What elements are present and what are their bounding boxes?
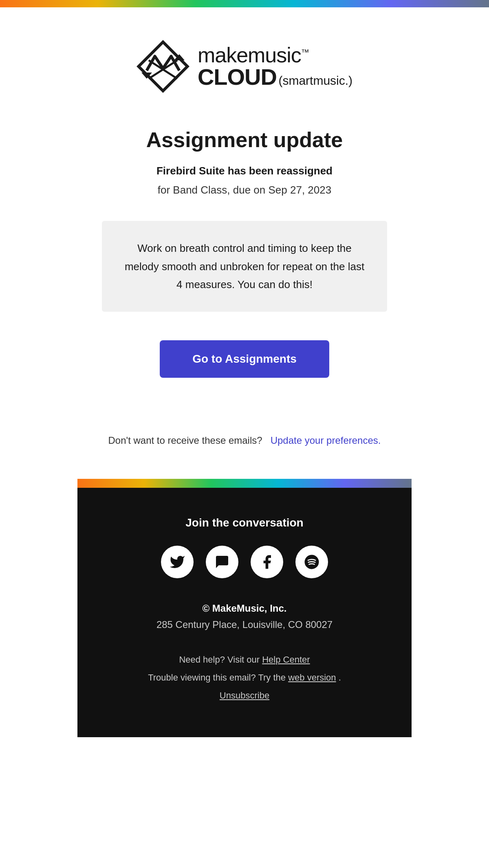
footer-period: . <box>339 672 341 683</box>
footer-join-text: Join the conversation <box>102 516 387 529</box>
bottom-gradient-bar <box>77 479 412 488</box>
logo-cloud-text: CLOUD <box>198 64 277 90</box>
logo-cloud-line: CLOUD (smartmusic.) <box>198 66 352 88</box>
unsubscribe-link[interactable]: Unsubscribe <box>220 690 269 701</box>
logo-text-block: makemusic™ CLOUD (smartmusic.) <box>198 44 352 88</box>
message-box: Work on breath control and timing to kee… <box>102 221 387 312</box>
footer-trouble-text: Trouble viewing this email? Try the <box>148 672 286 683</box>
help-center-link[interactable]: Help Center <box>262 654 310 665</box>
footer-help-line: Need help? Visit our Help Center <box>102 651 387 669</box>
message-text: Work on breath control and timing to kee… <box>124 239 365 293</box>
assignment-subtitle: Firebird Suite has been reassigned <box>102 165 387 177</box>
social-icons-row <box>102 546 387 578</box>
chat-icon[interactable] <box>206 546 238 578</box>
web-version-link[interactable]: web version <box>288 672 336 683</box>
footer-trouble-line: Trouble viewing this email? Try the web … <box>102 669 387 687</box>
assignment-due: for Band Class, due on Sep 27, 2023 <box>102 184 387 196</box>
footer-section: Join the conversation <box>77 488 412 737</box>
footer-address: 285 Century Place, Louisville, CO 80027 <box>102 619 387 630</box>
twitter-icon[interactable] <box>161 546 194 578</box>
footer-help-section: Need help? Visit our Help Center Trouble… <box>102 651 387 705</box>
makemusic-logo-icon <box>137 40 189 93</box>
footer-copyright: © MakeMusic, Inc. <box>102 603 387 614</box>
spotify-icon[interactable] <box>295 546 328 578</box>
logo-makemusic-text: makemusic™ <box>198 44 352 66</box>
email-container: makemusic™ CLOUD (smartmusic.) Assignmen… <box>77 7 412 737</box>
logo-section: makemusic™ CLOUD (smartmusic.) <box>77 7 412 119</box>
top-gradient-bar <box>0 0 489 7</box>
cta-container: Go to Assignments <box>102 340 387 406</box>
assignment-title: Assignment update <box>102 127 387 152</box>
update-preferences-link[interactable]: Update your preferences. <box>271 435 381 446</box>
preferences-static-text: Don't want to receive these emails? <box>108 435 262 446</box>
logo-wrapper: makemusic™ CLOUD (smartmusic.) <box>137 40 352 93</box>
facebook-icon[interactable] <box>251 546 283 578</box>
content-section: Assignment update Firebird Suite has bee… <box>77 119 412 479</box>
go-to-assignments-button[interactable]: Go to Assignments <box>160 340 329 378</box>
footer-help-text: Need help? Visit our <box>179 654 260 665</box>
preferences-section: Don't want to receive these emails? Upda… <box>102 435 387 446</box>
logo-smartmusic-text: (smartmusic.) <box>278 74 352 87</box>
footer-unsubscribe-line: Unsubscribe <box>102 687 387 705</box>
